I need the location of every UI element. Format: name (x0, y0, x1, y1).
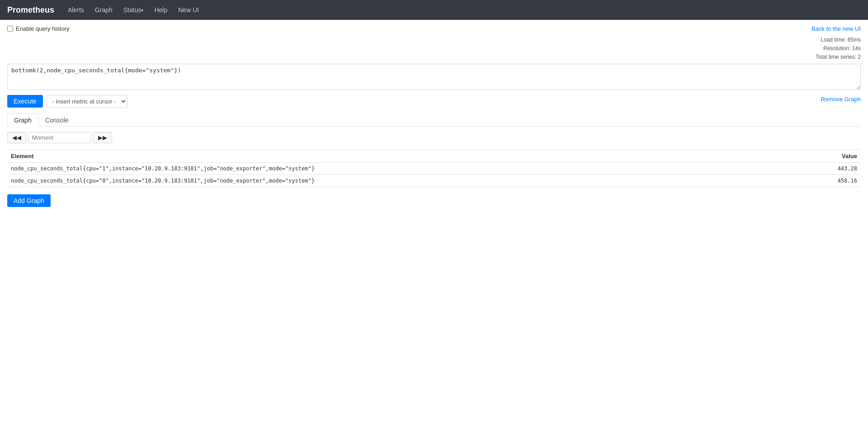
query-history-row: Enable query history Back to the new UI (7, 25, 861, 32)
cell-value: 458.16 (793, 174, 861, 187)
query-history-checkbox[interactable] (7, 26, 13, 32)
tabs: Graph Console (7, 113, 861, 127)
nav-graph[interactable]: Graph (90, 4, 117, 16)
main-content: Enable query history Back to the new UI … (0, 20, 868, 212)
table-row: node_cpu_seconds_total{cpu="0",instance=… (7, 174, 861, 187)
resolution: Resolution: 14s (7, 44, 861, 53)
moment-input[interactable] (28, 132, 91, 143)
query-history-label[interactable]: Enable query history (7, 25, 70, 32)
add-graph-button[interactable]: Add Graph (7, 194, 51, 207)
toolbar-row: Execute - insert metric at cursor - Remo… (7, 95, 861, 108)
nav-help[interactable]: Help (150, 4, 172, 16)
tab-console[interactable]: Console (38, 113, 75, 127)
nav-new-ui[interactable]: New UI (174, 4, 203, 16)
load-time: Load time: 65ms (7, 36, 861, 44)
query-input[interactable] (7, 64, 861, 90)
toolbar-left: Execute - insert metric at cursor - (7, 95, 127, 108)
results-table: Element Value node_cpu_seconds_total{cpu… (7, 150, 861, 187)
nav-status[interactable]: Status (119, 4, 148, 16)
col-value: Value (793, 150, 861, 162)
cell-element: node_cpu_seconds_total{cpu="0",instance=… (7, 174, 793, 187)
brand: Prometheus (7, 5, 54, 15)
back-to-new-ui-link[interactable]: Back to the new UI (811, 25, 861, 32)
time-back-button[interactable]: ◀◀ (7, 132, 26, 143)
nav-alerts[interactable]: Alerts (63, 4, 89, 16)
time-forward-button[interactable]: ▶▶ (93, 132, 112, 143)
col-element: Element (7, 150, 793, 162)
cell-element: node_cpu_seconds_total{cpu="1",instance=… (7, 162, 793, 174)
tab-graph[interactable]: Graph (7, 113, 38, 127)
right-section: Remove Graph (821, 96, 861, 107)
cell-value: 443.28 (793, 162, 861, 174)
total-time-series: Total time series: 2 (7, 53, 861, 61)
time-nav: ◀◀ ▶▶ (7, 132, 861, 143)
nav-links: Alerts Graph Status Help New UI (63, 4, 203, 16)
navbar: Prometheus Alerts Graph Status Help New … (0, 0, 868, 20)
remove-graph-link[interactable]: Remove Graph (821, 96, 861, 103)
table-row: node_cpu_seconds_total{cpu="1",instance=… (7, 162, 861, 174)
stats-info: Load time: 65ms Resolution: 14s Total ti… (7, 36, 861, 62)
stats-panel: Load time: 65ms Resolution: 14s Total ti… (7, 36, 861, 62)
insert-metric-select[interactable]: - insert metric at cursor - (47, 95, 127, 108)
execute-button[interactable]: Execute (7, 95, 43, 108)
